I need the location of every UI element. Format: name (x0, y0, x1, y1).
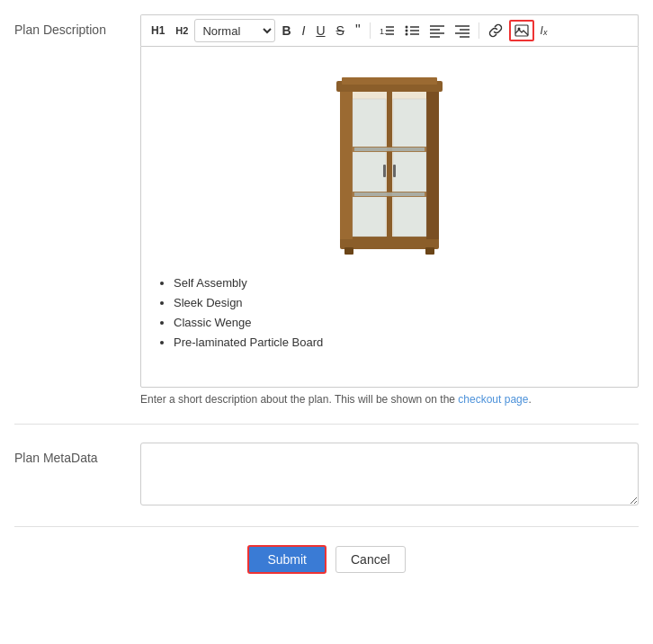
metadata-wrap (140, 443, 639, 508)
list-item: Self Assembly (174, 273, 623, 293)
unordered-list-icon (405, 23, 419, 38)
cabinet-image (322, 61, 457, 259)
form-buttons: Submit Cancel (14, 545, 639, 574)
link-button[interactable] (484, 21, 507, 40)
svg-rect-27 (393, 99, 426, 237)
svg-rect-18 (515, 25, 528, 36)
svg-rect-26 (353, 99, 386, 237)
align-left-icon (430, 23, 444, 38)
plan-metadata-label: Plan MetaData (14, 443, 140, 468)
h1-button[interactable]: H1 (147, 22, 169, 39)
clear-format-button[interactable]: Ix (536, 22, 552, 39)
bold-button[interactable]: B (277, 22, 295, 40)
editor-hint: Enter a short description about the plan… (140, 393, 639, 406)
metadata-textarea[interactable] (140, 443, 639, 505)
svg-point-5 (405, 30, 407, 32)
svg-point-4 (405, 26, 407, 29)
svg-rect-31 (354, 148, 425, 151)
toolbar-sep-1 (370, 22, 371, 39)
paragraph-style-select[interactable]: Normal Heading 1 Heading 2 Heading 3 (194, 19, 275, 42)
italic-button[interactable]: I (298, 22, 310, 40)
svg-rect-34 (393, 165, 396, 177)
editor-content-area[interactable]: Self Assembly Sleek Design Classic Wenge… (140, 46, 639, 388)
divider-1 (14, 424, 639, 425)
plan-metadata-row: Plan MetaData (14, 443, 639, 508)
editor-toolbar: H1 H2 Normal Heading 1 Heading 2 Heading… (140, 14, 639, 46)
divider-2 (14, 526, 639, 527)
link-icon (488, 23, 503, 38)
plan-description-label: Plan Description (14, 14, 140, 40)
align-right-icon (455, 23, 470, 38)
svg-rect-22 (426, 88, 439, 239)
plan-description-row: Plan Description H1 H2 Normal Heading 1 … (14, 14, 639, 406)
svg-rect-36 (425, 247, 434, 255)
features-list: Self Assembly Sleek Design Classic Wenge… (156, 273, 623, 353)
blockquote-button[interactable]: " (351, 21, 365, 40)
svg-text:1.: 1. (380, 27, 387, 36)
unordered-list-button[interactable] (400, 21, 424, 40)
svg-rect-35 (344, 247, 353, 255)
list-item: Pre-laminated Particle Board (174, 333, 623, 353)
hint-link: checkout page (458, 393, 528, 406)
svg-rect-20 (340, 237, 439, 249)
insert-image-button[interactable] (509, 20, 534, 41)
cancel-button[interactable]: Cancel (335, 546, 406, 573)
underline-button[interactable]: U (311, 22, 329, 40)
svg-rect-25 (342, 77, 437, 85)
ordered-list-button[interactable]: 1. (375, 21, 398, 40)
product-image-container (156, 61, 623, 259)
svg-rect-21 (340, 88, 353, 239)
toolbar-sep-2 (479, 22, 479, 39)
editor-wrap: H1 H2 Normal Heading 1 Heading 2 Heading… (140, 14, 639, 406)
align-left-button[interactable] (425, 21, 449, 40)
list-item: Classic Wenge (174, 313, 623, 333)
svg-point-6 (405, 33, 407, 36)
svg-rect-32 (354, 192, 425, 196)
align-right-button[interactable] (451, 21, 474, 40)
h2-button[interactable]: H2 (171, 23, 192, 39)
image-icon (514, 23, 529, 38)
strikethrough-button[interactable]: S (332, 22, 349, 40)
submit-button[interactable]: Submit (247, 545, 326, 574)
list-item: Sleek Design (174, 293, 623, 313)
svg-rect-28 (387, 88, 392, 237)
ordered-list-icon: 1. (380, 23, 394, 38)
svg-rect-33 (383, 165, 386, 177)
